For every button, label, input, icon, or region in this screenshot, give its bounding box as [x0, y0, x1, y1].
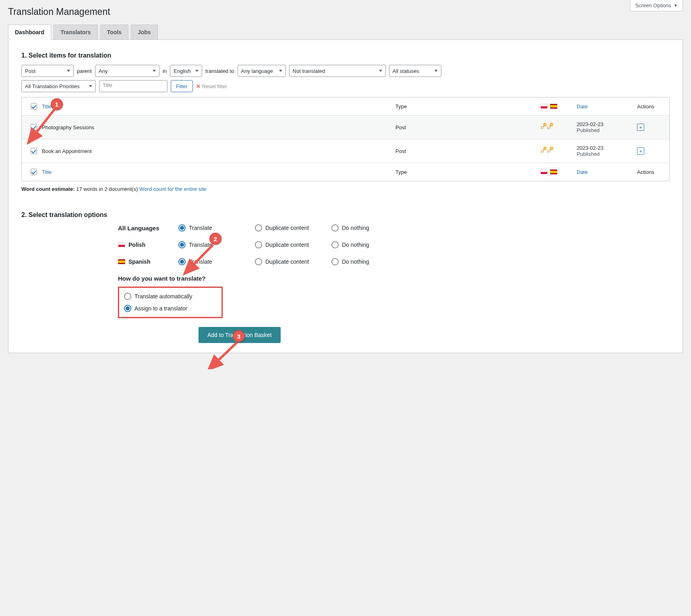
row-date: 2023-02-23 — [577, 145, 637, 151]
row-action-add-icon[interactable]: + — [637, 147, 644, 155]
screen-options-toggle[interactable]: Screen Options ▼ — [630, 0, 683, 11]
row-translation-status: ⇄ ⇄ — [540, 148, 577, 154]
filter-post-type-select[interactable]: Post — [21, 65, 74, 77]
filter-translation-status-select[interactable]: Not translated — [289, 65, 386, 77]
opt-label-polish: Polish — [118, 242, 178, 248]
select-all-checkbox-top[interactable] — [31, 103, 37, 110]
table-row: Photography Sessions Post ⇄ ⇄ 2023-02-23… — [22, 116, 669, 139]
radio-assign-translator[interactable] — [124, 305, 131, 312]
column-actions: Actions — [637, 103, 665, 110]
annotation-highlight-box: Translate automatically Assign to a tran… — [118, 287, 223, 318]
how-translate-heading: How do you want to translate? — [118, 275, 670, 282]
row-checkbox[interactable] — [31, 124, 37, 130]
label-translated-to: translated to — [205, 68, 234, 74]
word-count-link[interactable]: Word count for the entire site — [139, 186, 207, 192]
column-languages — [540, 170, 577, 174]
page-title: Translation Management — [8, 6, 683, 17]
row-action-add-icon[interactable]: + — [637, 124, 644, 131]
reset-filter-link[interactable]: ✕ Reset filter — [196, 83, 227, 89]
translate-lang2-icon[interactable]: ⇄ — [547, 148, 551, 154]
column-actions: Actions — [637, 169, 665, 175]
column-title-sort[interactable]: Title — [42, 169, 52, 175]
filter-priorities-select[interactable]: All Translation Priorities — [21, 80, 96, 92]
column-title-sort[interactable]: Title — [42, 103, 52, 110]
row-checkbox[interactable] — [31, 148, 37, 154]
tab-jobs[interactable]: Jobs — [131, 25, 158, 39]
flag-spanish-icon — [550, 170, 557, 174]
main-panel: 1. Select items for translation Post par… — [8, 40, 683, 353]
flag-spanish-icon — [550, 104, 557, 109]
row-status: Published — [577, 127, 637, 133]
radio-spanish-translate[interactable] — [178, 258, 186, 265]
filter-parent-select[interactable]: Any — [95, 65, 159, 77]
opt-label-spanish: Spanish — [118, 258, 178, 265]
translate-lang1-icon[interactable]: ⇄ — [540, 124, 544, 130]
add-to-basket-button[interactable]: Add to Translation Basket — [199, 327, 281, 343]
column-languages — [540, 104, 577, 109]
tab-bar: Dashboard Translators Tools Jobs — [8, 25, 683, 40]
row-date: 2023-02-23 — [577, 121, 637, 127]
select-all-checkbox-bottom[interactable] — [31, 169, 37, 175]
filter-title-input[interactable]: Title — [99, 80, 168, 92]
row-title[interactable]: Book an Appointment — [42, 148, 395, 154]
word-count-estimate: Word count estimate: 17 words in 2 docum… — [21, 186, 670, 192]
radio-polish-duplicate[interactable] — [255, 241, 262, 248]
filter-row-1: Post parent Any in English translated to… — [21, 65, 670, 77]
section1-heading: 1. Select items for translation — [21, 52, 670, 59]
tab-dashboard[interactable]: Dashboard — [8, 25, 51, 40]
column-date-sort[interactable]: Date — [577, 103, 588, 110]
filter-language-select[interactable]: English — [170, 65, 202, 77]
screen-options-label: Screen Options — [635, 2, 671, 8]
flag-polish-icon — [540, 170, 548, 174]
table-row: Book an Appointment Post ⇄ ⇄ 2023-02-23 … — [22, 139, 669, 163]
radio-all-nothing[interactable] — [331, 224, 339, 232]
radio-spanish-nothing[interactable] — [331, 258, 339, 265]
column-type: Type — [395, 103, 540, 110]
tab-tools[interactable]: Tools — [100, 25, 128, 39]
row-type: Post — [395, 124, 540, 130]
radio-polish-nothing[interactable] — [331, 241, 339, 248]
close-icon: ✕ — [196, 83, 201, 89]
opt-label-all-languages: All Languages — [118, 225, 178, 232]
tab-translators[interactable]: Translators — [54, 25, 97, 39]
flag-polish-icon — [118, 242, 125, 247]
translate-lang2-icon[interactable]: ⇄ — [547, 124, 551, 130]
row-type: Post — [395, 148, 540, 154]
table-header-row: Title Type Date Actions — [22, 97, 669, 116]
column-date-sort[interactable]: Date — [577, 169, 588, 175]
filter-row-2: All Translation Priorities Title Filter … — [21, 80, 670, 92]
flag-polish-icon — [540, 104, 548, 109]
filter-status-select[interactable]: All statuses — [389, 65, 441, 77]
radio-translate-automatically[interactable] — [124, 293, 131, 300]
items-table: Title Type Date Actions Photography Sess… — [21, 97, 670, 181]
table-footer-row: Title Type Date Actions — [22, 163, 669, 181]
chevron-down-icon: ▼ — [674, 3, 678, 8]
radio-all-translate[interactable] — [178, 224, 186, 232]
filter-button[interactable]: Filter — [171, 80, 193, 92]
section2-heading: 2. Select translation options — [21, 211, 670, 219]
label-parent: parent — [77, 68, 92, 74]
translate-lang1-icon[interactable]: ⇄ — [540, 148, 544, 154]
radio-all-duplicate[interactable] — [255, 224, 262, 232]
row-status: Published — [577, 151, 637, 157]
column-type: Type — [395, 169, 540, 175]
row-title[interactable]: Photography Sessions — [42, 124, 395, 130]
row-translation-status: ⇄ ⇄ — [540, 124, 577, 130]
filter-target-lang-select[interactable]: Any language — [238, 65, 286, 77]
flag-spanish-icon — [118, 259, 125, 264]
radio-polish-translate[interactable] — [178, 241, 186, 248]
radio-spanish-duplicate[interactable] — [255, 258, 262, 265]
label-in: in — [163, 68, 167, 74]
